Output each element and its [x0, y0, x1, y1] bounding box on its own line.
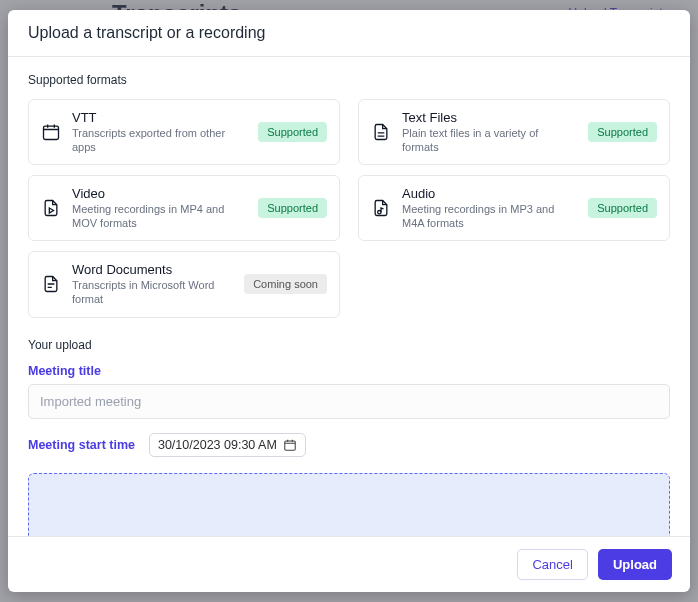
- meeting-start-label: Meeting start time: [28, 438, 135, 452]
- format-card-vtt: VTT Transcripts exported from other apps…: [28, 99, 340, 165]
- format-card-video: Video Meeting recordings in MP4 and MOV …: [28, 175, 340, 241]
- format-name: VTT: [72, 110, 247, 126]
- meeting-title-label: Meeting title: [28, 364, 670, 378]
- file-dropzone[interactable]: Drag files in or click here to upload: [28, 473, 670, 536]
- doc-file-icon: [41, 274, 61, 294]
- format-card-audio: Audio Meeting recordings in MP3 and M4A …: [358, 175, 670, 241]
- your-upload-label: Your upload: [28, 338, 670, 352]
- svg-rect-0: [44, 126, 59, 139]
- audio-file-icon: [371, 198, 391, 218]
- format-desc: Transcripts in Microsoft Word format: [72, 278, 233, 307]
- calendar-picker-icon: [283, 438, 297, 452]
- cancel-button[interactable]: Cancel: [517, 549, 587, 580]
- calendar-icon: [41, 122, 61, 142]
- modal-body: Supported formats VTT Transcripts export…: [8, 57, 690, 536]
- upload-button[interactable]: Upload: [598, 549, 672, 580]
- format-name: Video: [72, 186, 247, 202]
- supported-badge: Supported: [258, 122, 327, 142]
- coming-soon-badge: Coming soon: [244, 274, 327, 294]
- format-card-word: Word Documents Transcripts in Microsoft …: [28, 251, 340, 317]
- format-card-text: Text Files Plain text files in a variety…: [358, 99, 670, 165]
- file-icon: [371, 122, 391, 142]
- format-name: Word Documents: [72, 262, 233, 278]
- datetime-value: 30/10/2023 09:30 AM: [158, 438, 277, 452]
- format-name: Audio: [402, 186, 577, 202]
- supported-badge: Supported: [588, 122, 657, 142]
- formats-grid: VTT Transcripts exported from other apps…: [28, 99, 670, 318]
- format-desc: Transcripts exported from other apps: [72, 126, 247, 155]
- svg-rect-2: [285, 440, 296, 449]
- format-desc: Plain text files in a variety of formats: [402, 126, 577, 155]
- upload-modal: Upload a transcript or a recording Suppo…: [8, 10, 690, 592]
- supported-formats-label: Supported formats: [28, 73, 670, 87]
- supported-badge: Supported: [258, 198, 327, 218]
- modal-title: Upload a transcript or a recording: [8, 10, 690, 57]
- format-desc: Meeting recordings in MP4 and MOV format…: [72, 202, 247, 231]
- meeting-start-datetime[interactable]: 30/10/2023 09:30 AM: [149, 433, 306, 457]
- modal-footer: Cancel Upload: [8, 536, 690, 592]
- format-desc: Meeting recordings in MP3 and M4A format…: [402, 202, 577, 231]
- meeting-title-input[interactable]: [28, 384, 670, 419]
- supported-badge: Supported: [588, 198, 657, 218]
- video-file-icon: [41, 198, 61, 218]
- format-name: Text Files: [402, 110, 577, 126]
